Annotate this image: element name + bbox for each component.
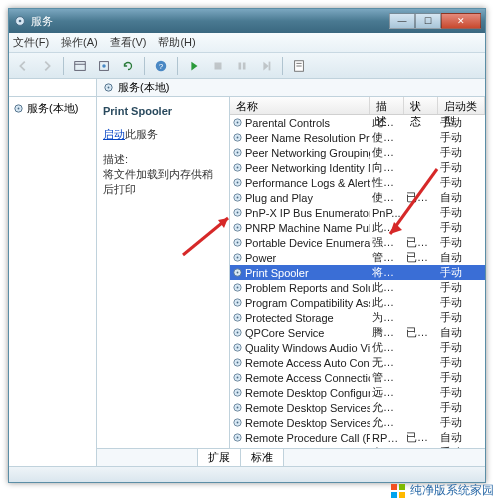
tab-standard[interactable]: 标准 — [240, 448, 284, 466]
cell-name: Print Spooler — [230, 267, 370, 279]
menu-file[interactable]: 文件(F) — [13, 35, 49, 50]
table-row[interactable]: Parental Controls此服...手动 — [230, 115, 485, 130]
export-button[interactable] — [94, 56, 114, 76]
cell-desc: 为敏... — [370, 310, 404, 325]
cell-desc: 优质... — [370, 340, 404, 355]
svg-point-24 — [237, 152, 239, 154]
table-row[interactable]: QPCore Service腾讯...已启动自动 — [230, 325, 485, 340]
help-button[interactable]: ? — [151, 56, 171, 76]
col-status[interactable]: 状态 — [404, 97, 438, 114]
cell-name: Remote Desktop Configurat... — [230, 387, 370, 399]
cell-startup: 自动 — [438, 250, 485, 265]
cell-startup: 自动 — [438, 325, 485, 340]
back-button[interactable] — [13, 56, 33, 76]
right-header-label: 服务(本地) — [118, 80, 169, 95]
table-row[interactable]: Peer Name Resolution Proto...使用...手动 — [230, 130, 485, 145]
service-list: 名称 描述 状态 启动类型 Parental Controls此服...手动Pe… — [229, 97, 485, 448]
cell-status: 已启动 — [404, 235, 438, 250]
minimize-button[interactable]: — — [389, 13, 415, 29]
gear-icon — [13, 14, 27, 28]
pause-button[interactable] — [232, 56, 252, 76]
window-title: 服务 — [31, 14, 389, 29]
col-name[interactable]: 名称 — [230, 97, 370, 114]
refresh-button[interactable] — [118, 56, 138, 76]
table-row[interactable]: Remote Desktop Services U...允许...手动 — [230, 415, 485, 430]
table-row[interactable]: Quality Windows Audio Vide...优质...手动 — [230, 340, 485, 355]
cell-desc: 管理... — [370, 250, 404, 265]
right-header: 服务(本地) — [97, 79, 485, 97]
watermark: 纯净版系统家园 — [390, 482, 494, 499]
menu-help[interactable]: 帮助(H) — [158, 35, 195, 50]
cell-name: Remote Access Connection ... — [230, 372, 370, 384]
table-row[interactable]: Remote Access Connection ...管理...手动 — [230, 370, 485, 385]
cell-startup: 手动 — [438, 265, 485, 280]
cell-desc: 远程... — [370, 385, 404, 400]
tree-header — [9, 79, 96, 97]
cell-startup: 手动 — [438, 445, 485, 448]
table-row[interactable]: Problem Reports and Soluti...此服...手动 — [230, 280, 485, 295]
logo-icon — [390, 483, 406, 499]
svg-rect-72 — [399, 492, 405, 498]
table-row[interactable]: Performance Logs & Alerts性能...手动 — [230, 175, 485, 190]
start-service-link[interactable]: 启动 — [103, 128, 125, 140]
titlebar[interactable]: 服务 — ☐ ✕ — [9, 9, 485, 33]
table-row[interactable]: Remote Procedure Call (RP...在 W...手动 — [230, 445, 485, 448]
cell-status: 已启动 — [404, 430, 438, 445]
cell-name: Problem Reports and Soluti... — [230, 282, 370, 294]
table-row[interactable]: Peer Networking Grouping使用...手动 — [230, 145, 485, 160]
tab-extended[interactable]: 扩展 — [197, 448, 241, 466]
table-row[interactable]: Print Spooler将文...手动 — [230, 265, 485, 280]
cell-startup: 手动 — [438, 205, 485, 220]
gear-icon — [232, 192, 243, 203]
table-row[interactable]: Plug and Play使计...已启动自动 — [230, 190, 485, 205]
gear-icon — [232, 447, 243, 448]
menu-view[interactable]: 查看(V) — [110, 35, 147, 50]
table-row[interactable]: Remote Desktop Services允许...手动 — [230, 400, 485, 415]
table-row[interactable]: Peer Networking Identity M...向对...手动 — [230, 160, 485, 175]
cell-desc: 无论... — [370, 355, 404, 370]
cell-desc: 允许... — [370, 400, 404, 415]
svg-point-36 — [237, 242, 239, 244]
table-row[interactable]: Remote Access Auto Conne...无论...手动 — [230, 355, 485, 370]
show-hide-tree-button[interactable] — [70, 56, 90, 76]
stop-button[interactable] — [208, 56, 228, 76]
table-row[interactable]: PNRP Machine Name Public...此服...手动 — [230, 220, 485, 235]
cell-startup: 手动 — [438, 280, 485, 295]
svg-rect-9 — [239, 62, 242, 69]
services-window: 服务 — ☐ ✕ 文件(F) 操作(A) 查看(V) 帮助(H) ? — [8, 8, 486, 483]
cell-desc: 强制... — [370, 235, 404, 250]
toolbar-separator — [63, 57, 64, 75]
cell-name: PNRP Machine Name Public... — [230, 222, 370, 234]
bottom-tabs: 扩展 标准 — [97, 448, 485, 466]
right-pane: 服务(本地) Print Spooler 启动此服务 描述: 将文件加载到内存供… — [97, 79, 485, 466]
table-row[interactable]: Portable Device Enumerator ...强制...已启动手动 — [230, 235, 485, 250]
svg-point-60 — [237, 422, 239, 424]
cell-status: 已启动 — [404, 325, 438, 340]
table-row[interactable]: Power管理...已启动自动 — [230, 250, 485, 265]
menu-action[interactable]: 操作(A) — [61, 35, 98, 50]
start-button[interactable] — [184, 56, 204, 76]
table-row[interactable]: Program Compatibility Assi...此服...手动 — [230, 295, 485, 310]
forward-button[interactable] — [37, 56, 57, 76]
cell-desc: 使用... — [370, 130, 404, 145]
col-startup[interactable]: 启动类型 — [438, 97, 485, 114]
tree-root[interactable]: 服务(本地) — [13, 101, 92, 116]
cell-name: Performance Logs & Alerts — [230, 177, 370, 189]
close-button[interactable]: ✕ — [441, 13, 481, 29]
cell-name: Program Compatibility Assi... — [230, 297, 370, 309]
properties-button[interactable] — [289, 56, 309, 76]
table-row[interactable]: Protected Storage为敏...手动 — [230, 310, 485, 325]
cell-desc: 此服... — [370, 220, 404, 235]
cell-desc: PnP... — [370, 207, 404, 219]
svg-rect-10 — [243, 62, 246, 69]
list-body[interactable]: Parental Controls此服...手动Peer Name Resolu… — [230, 115, 485, 448]
restart-button[interactable] — [256, 56, 276, 76]
col-desc[interactable]: 描述 — [370, 97, 404, 114]
table-row[interactable]: PnP-X IP Bus EnumeratorPnP...手动 — [230, 205, 485, 220]
svg-point-38 — [237, 257, 239, 259]
maximize-button[interactable]: ☐ — [415, 13, 441, 29]
list-header: 名称 描述 状态 启动类型 — [230, 97, 485, 115]
table-row[interactable]: Remote Procedure Call (RPC)RPC...已启动自动 — [230, 430, 485, 445]
table-row[interactable]: Remote Desktop Configurat...远程...手动 — [230, 385, 485, 400]
svg-point-62 — [237, 437, 239, 439]
